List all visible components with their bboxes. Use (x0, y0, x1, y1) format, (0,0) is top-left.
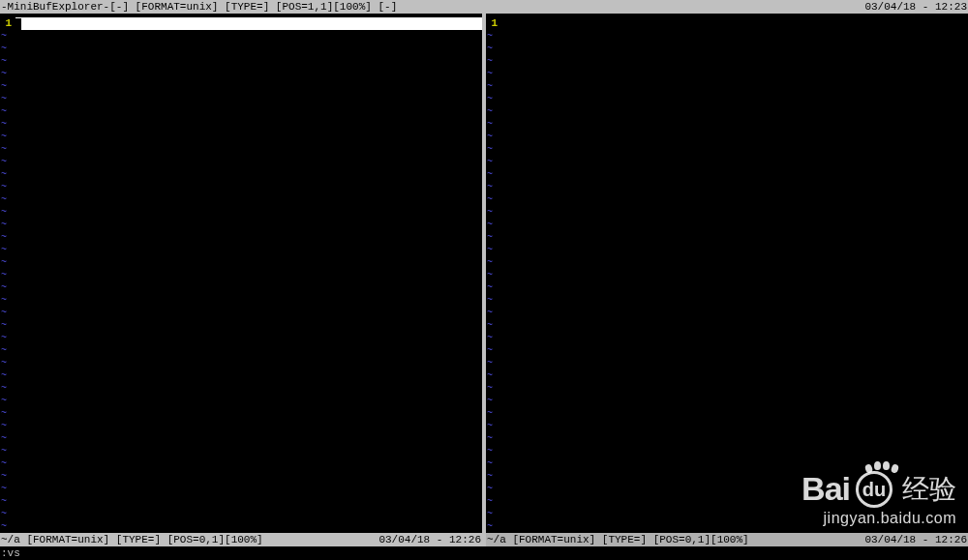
empty-line-tilde: ~ (0, 143, 14, 156)
empty-line-tilde: ~ (0, 470, 14, 483)
empty-line-tilde: ~ (486, 168, 499, 181)
empty-line-tilde: ~ (486, 445, 499, 457)
empty-line-tilde: ~ (486, 105, 499, 118)
empty-line-tilde: ~ (0, 407, 14, 420)
empty-line-tilde: ~ (0, 181, 14, 193)
empty-line-tilde: ~ (0, 319, 14, 332)
empty-line-tilde: ~ (0, 193, 14, 206)
empty-line-tilde: ~ (0, 256, 14, 269)
empty-line-tilde: ~ (0, 93, 14, 105)
empty-line-tilde: ~ (486, 319, 499, 332)
empty-line-tilde: ~ (486, 143, 499, 156)
empty-line-tilde: ~ (0, 131, 14, 143)
empty-line-tilde: ~ (0, 307, 14, 319)
status-time: 03/04/18 - 12:26 (378, 533, 481, 546)
empty-line-tilde: ~ (0, 30, 14, 43)
empty-line-tilde: ~ (0, 432, 14, 445)
empty-line-tilde: ~ (0, 43, 14, 55)
empty-line-tilde: ~ (486, 55, 499, 68)
empty-line-tilde: ~ (0, 269, 14, 281)
minibuf-statusline: -MiniBufExplorer-[-] [FORMAT=unix] [TYPE… (0, 0, 968, 14)
empty-line-tilde: ~ (486, 193, 499, 206)
cursor-caret (15, 18, 21, 30)
right-window-statusline: ~/a [FORMAT=unix] [TYPE=] [POS=0,1][100%… (486, 533, 968, 546)
empty-line-tilde: ~ (486, 357, 499, 369)
empty-line-tilde: ~ (0, 105, 14, 118)
empty-line-tilde: ~ (486, 332, 499, 344)
minibuf-status-left: -MiniBufExplorer-[-] [FORMAT=unix] [TYPE… (1, 0, 397, 14)
empty-line-tilde: ~ (486, 495, 499, 508)
empty-line-tilde: ~ (0, 420, 14, 432)
empty-line-tilde: ~ (0, 445, 14, 457)
empty-line-tilde: ~ (486, 43, 499, 55)
line-number: 1 (0, 17, 14, 30)
empty-line-tilde: ~ (486, 432, 499, 445)
empty-line-tilde: ~ (0, 80, 14, 93)
empty-line-tilde: ~ (0, 457, 14, 470)
empty-line-tilde: ~ (486, 520, 499, 533)
empty-line-tilde: ~ (0, 244, 14, 256)
empty-line-tilde: ~ (486, 395, 499, 407)
window-statusline-row: ~/a [FORMAT=unix] [TYPE=] [POS=0,1][100%… (0, 533, 968, 546)
empty-line-tilde: ~ (486, 420, 499, 432)
left-window-statusline: ~/a [FORMAT=unix] [TYPE=] [POS=0,1][100%… (0, 533, 482, 546)
empty-line-tilde: ~ (0, 156, 14, 168)
empty-line-tilde: ~ (0, 483, 14, 495)
status-path: ~/a [FORMAT=unix] [TYPE=] [POS=0,1][100%… (487, 533, 749, 546)
command-line[interactable]: :vs (0, 546, 968, 560)
empty-line-tilde: ~ (0, 332, 14, 344)
left-tildes: ~~~~~~~~~~~~~~~~~~~~~~~~~~~~~~~~~~~~~~~~ (0, 30, 14, 533)
empty-line-tilde: ~ (486, 181, 499, 193)
status-path: ~/a [FORMAT=unix] [TYPE=] [POS=0,1][100%… (1, 533, 263, 546)
empty-line-tilde: ~ (0, 369, 14, 382)
left-pane[interactable]: 1 ~~~~~~~~~~~~~~~~~~~~~~~~~~~~~~~~~~~~~~… (0, 14, 482, 533)
empty-line-tilde: ~ (0, 382, 14, 395)
empty-line-tilde: ~ (486, 131, 499, 143)
empty-line-tilde: ~ (486, 118, 499, 131)
empty-line-tilde: ~ (486, 256, 499, 269)
empty-line-tilde: ~ (486, 156, 499, 168)
empty-line-tilde: ~ (0, 281, 14, 294)
empty-line-tilde: ~ (486, 344, 499, 357)
empty-line-tilde: ~ (0, 357, 14, 369)
empty-line-tilde: ~ (0, 68, 14, 80)
empty-line-tilde: ~ (0, 294, 14, 307)
empty-line-tilde: ~ (486, 407, 499, 420)
empty-line-tilde: ~ (486, 269, 499, 281)
empty-line-tilde: ~ (486, 382, 499, 395)
command-text: :vs (1, 546, 20, 560)
empty-line-tilde: ~ (486, 281, 499, 294)
empty-line-tilde: ~ (486, 369, 499, 382)
empty-line-tilde: ~ (0, 495, 14, 508)
empty-line-tilde: ~ (0, 118, 14, 131)
empty-line-tilde: ~ (0, 55, 14, 68)
right-cursorline[interactable] (501, 17, 968, 30)
empty-line-tilde: ~ (486, 30, 499, 43)
minibuf-status-right: 03/04/18 - 12:23 (864, 0, 967, 14)
empty-line-tilde: ~ (486, 206, 499, 219)
right-pane[interactable]: 1 ~~~~~~~~~~~~~~~~~~~~~~~~~~~~~~~~~~~~~~… (486, 14, 968, 533)
empty-line-tilde: ~ (0, 206, 14, 219)
empty-line-tilde: ~ (0, 231, 14, 244)
empty-line-tilde: ~ (486, 508, 499, 520)
empty-line-tilde: ~ (486, 470, 499, 483)
empty-line-tilde: ~ (486, 457, 499, 470)
empty-line-tilde: ~ (486, 231, 499, 244)
status-time: 03/04/18 - 12:26 (864, 533, 967, 546)
empty-line-tilde: ~ (0, 508, 14, 520)
empty-line-tilde: ~ (486, 244, 499, 256)
empty-line-tilde: ~ (0, 344, 14, 357)
empty-line-tilde: ~ (0, 168, 14, 181)
empty-line-tilde: ~ (486, 219, 499, 231)
empty-line-tilde: ~ (0, 395, 14, 407)
split-container: 1 ~~~~~~~~~~~~~~~~~~~~~~~~~~~~~~~~~~~~~~… (0, 14, 968, 533)
empty-line-tilde: ~ (0, 219, 14, 231)
empty-line-tilde: ~ (486, 307, 499, 319)
right-tildes: ~~~~~~~~~~~~~~~~~~~~~~~~~~~~~~~~~~~~~~~~ (486, 30, 499, 533)
left-cursorline[interactable] (15, 17, 482, 30)
line-number: 1 (486, 17, 499, 30)
empty-line-tilde: ~ (486, 294, 499, 307)
empty-line-tilde: ~ (486, 483, 499, 495)
empty-line-tilde: ~ (0, 520, 14, 533)
empty-line-tilde: ~ (486, 93, 499, 105)
